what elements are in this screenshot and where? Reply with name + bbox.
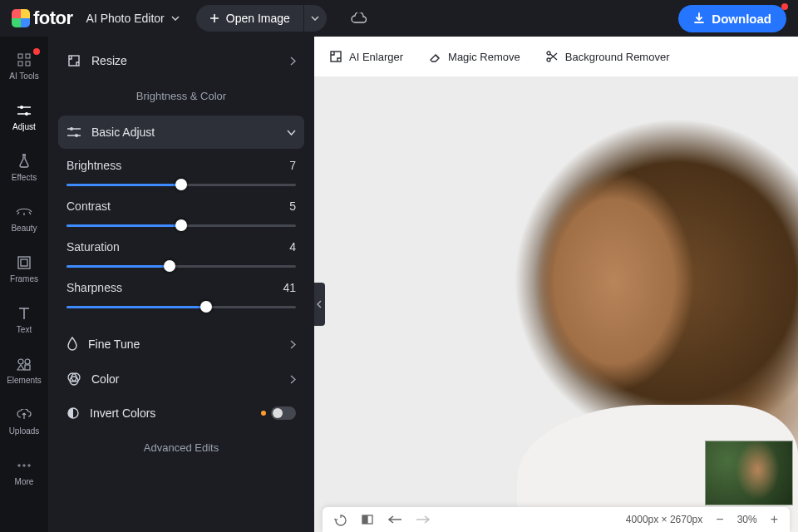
section-brightness-color: Brightness & Color [58,78,304,114]
slider-track[interactable] [66,184,296,186]
slider-thumb[interactable] [175,179,187,190]
undo-button[interactable] [387,514,403,525]
slider-track[interactable] [66,265,296,268]
svg-point-11 [18,465,20,466]
sidebar-item-text[interactable]: Text [0,302,48,337]
basic-adjust-section: Basic Adjust [58,116,304,149]
image-canvas[interactable]: 4000px × 2670px − 30% + [314,76,798,532]
slider-track[interactable] [66,306,296,308]
sidebar-label: Beauty [11,224,37,233]
chevron-down-icon [287,130,296,135]
eraser-icon [428,50,441,63]
download-button[interactable]: Download [678,5,786,32]
bg-remover-label: Background Remover [565,51,670,63]
svg-point-4 [20,106,23,109]
slider-track[interactable] [66,224,296,227]
svg-rect-2 [18,62,22,66]
svg-rect-1 [26,54,30,58]
redo-button[interactable] [415,514,431,525]
flask-icon [18,153,30,170]
sidebar-label: AI Tools [9,71,38,81]
chevron-down-icon [171,16,180,21]
notification-dot-icon [781,3,788,10]
invert-label: Invert Colors [90,406,155,420]
magic-remove-button[interactable]: Magic Remove [428,50,520,63]
compare-button[interactable] [360,512,375,527]
slider-label: Sharpness [66,281,122,294]
slider-sharpness: Sharpness41 [58,273,304,313]
eye-icon [16,204,32,220]
invert-icon [66,406,80,420]
collapse-panel-button[interactable] [314,283,325,326]
bg-remover-button[interactable]: Background Remover [545,50,670,63]
left-toolbar: AI ToolsAdjustEffectsBeautyFramesTextEle… [0,37,48,532]
app-header: fotor AI Photo Editor Open Image Downloa… [0,0,798,37]
svg-rect-10 [25,365,30,370]
sidebar-item-elements[interactable]: Elements [0,352,48,388]
canvas-status-bar: 4000px × 2670px − 30% + [323,507,790,532]
ai-tool-strip: AI Enlarger Magic Remove Background Remo… [314,37,798,76]
svg-point-13 [28,465,30,466]
plus-icon [209,13,219,23]
open-image-dropdown[interactable] [303,5,327,32]
resize-label: Resize [91,54,127,67]
svg-rect-14 [69,56,79,66]
canvas-area: AI Enlarger Magic Remove Background Remo… [314,37,798,532]
premium-dot-icon [261,411,266,416]
slider-value: 7 [289,159,296,172]
invert-toggle[interactable] [271,406,296,420]
dimensions-label: 4000px × 2670px [626,514,702,525]
open-image-button[interactable]: Open Image [196,12,303,25]
svg-point-22 [547,52,550,55]
sidebar-item-adjust[interactable]: Adjust [0,99,48,135]
svg-rect-21 [331,52,341,62]
slider-thumb[interactable] [164,260,175,272]
ai-enlarger-button[interactable]: AI Enlarger [329,50,403,63]
chevron-right-icon [290,375,296,384]
sidebar-label: More [15,477,34,486]
sidebar-item-uploads[interactable]: Uploads [0,403,48,439]
mode-dropdown[interactable]: AI Photo Editor [86,12,180,25]
svg-point-8 [18,359,23,364]
slider-thumb[interactable] [175,219,187,231]
history-button[interactable] [332,512,348,528]
sidebar-label: Effects [12,173,37,182]
svg-point-15 [70,127,73,131]
zoom-in-button[interactable]: + [769,510,780,529]
adjust-panel: Resize Brightness & Color Basic Adjust B… [48,37,314,532]
cloud-button[interactable] [340,12,377,24]
slider-value: 5 [289,200,296,213]
sidebar-label: Frames [10,274,38,283]
svg-point-16 [75,134,78,137]
sidebar-item-more[interactable]: More [0,454,48,490]
zoom-level: 30% [737,514,757,525]
slider-thumb[interactable] [200,301,212,313]
brand-logo[interactable]: fotor [12,7,73,29]
sidebar-item-frames[interactable]: Frames [0,251,48,287]
svg-rect-7 [21,259,27,266]
chevron-right-icon [290,57,296,66]
frame-icon [17,254,31,271]
open-image-label: Open Image [226,12,290,25]
basic-adjust-header[interactable]: Basic Adjust [58,116,304,149]
sidebar-item-ai-tools[interactable]: AI Tools [0,48,48,84]
magic-remove-label: Magic Remove [448,51,520,63]
svg-point-12 [23,465,25,466]
fine-tune-label: Fine Tune [88,337,140,351]
sidebar-item-beauty[interactable]: Beauty [0,200,48,236]
slider-label: Brightness [66,159,121,172]
download-label: Download [712,12,771,26]
sidebar-label: Uploads [9,426,40,436]
svg-point-23 [547,58,550,62]
brand-name: fotor [33,7,73,29]
resize-row[interactable]: Resize [58,43,304,78]
zoom-out-button[interactable]: − [714,510,725,529]
fine-tune-row[interactable]: Fine Tune [58,327,304,362]
color-row[interactable]: Color [58,362,304,397]
navigator-preview[interactable] [705,441,793,505]
svg-point-5 [25,112,28,116]
slider-contrast: Contrast5 [58,191,304,232]
slider-value: 4 [289,240,296,254]
enlarge-icon [329,50,342,63]
sidebar-item-effects[interactable]: Effects [0,150,48,185]
